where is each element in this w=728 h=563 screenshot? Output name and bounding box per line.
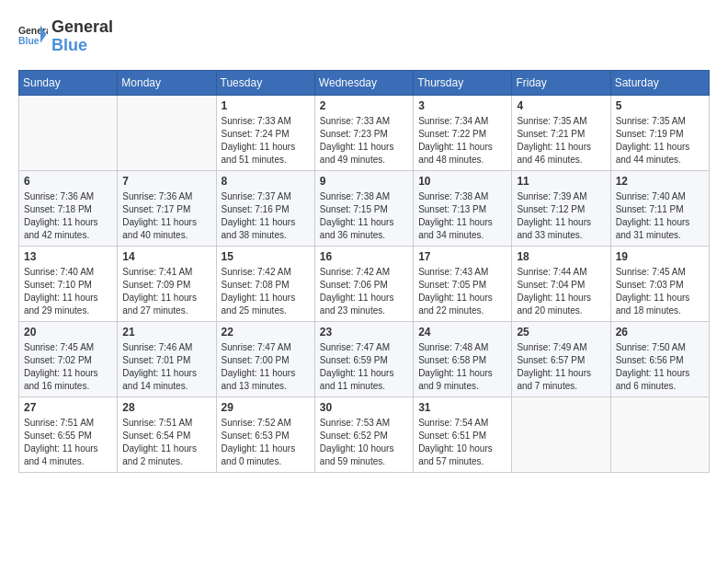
- calendar-cell: 8Sunrise: 7:37 AM Sunset: 7:16 PM Daylig…: [216, 170, 314, 246]
- day-info: Sunrise: 7:33 AM Sunset: 7:24 PM Dayligh…: [222, 115, 310, 167]
- calendar-week-row: 20Sunrise: 7:45 AM Sunset: 7:02 PM Dayli…: [19, 321, 710, 396]
- day-number: 16: [320, 250, 408, 263]
- day-info: Sunrise: 7:39 AM Sunset: 7:12 PM Dayligh…: [517, 190, 605, 242]
- day-number: 5: [616, 99, 704, 112]
- calendar-cell: 14Sunrise: 7:41 AM Sunset: 7:09 PM Dayli…: [118, 246, 216, 321]
- calendar-week-row: 1Sunrise: 7:33 AM Sunset: 7:24 PM Daylig…: [19, 95, 710, 170]
- calendar-cell: 23Sunrise: 7:47 AM Sunset: 6:59 PM Dayli…: [314, 321, 413, 396]
- day-number: 30: [320, 401, 408, 414]
- calendar-cell: 1Sunrise: 7:33 AM Sunset: 7:24 PM Daylig…: [216, 95, 314, 170]
- day-info: Sunrise: 7:49 AM Sunset: 6:57 PM Dayligh…: [517, 341, 605, 393]
- day-info: Sunrise: 7:53 AM Sunset: 6:52 PM Dayligh…: [320, 417, 408, 468]
- day-number: 11: [517, 175, 605, 188]
- calendar-cell: 24Sunrise: 7:48 AM Sunset: 6:58 PM Dayli…: [414, 321, 512, 396]
- day-info: Sunrise: 7:47 AM Sunset: 6:59 PM Dayligh…: [320, 341, 408, 393]
- calendar-cell: [610, 396, 709, 472]
- calendar-cell: 6Sunrise: 7:36 AM Sunset: 7:18 PM Daylig…: [19, 170, 118, 246]
- calendar-cell: 21Sunrise: 7:46 AM Sunset: 7:01 PM Dayli…: [118, 321, 216, 396]
- header-row: SundayMondayTuesdayWednesdayThursdayFrid…: [19, 70, 710, 95]
- calendar-cell: 10Sunrise: 7:38 AM Sunset: 7:13 PM Dayli…: [414, 170, 512, 246]
- day-number: 22: [222, 326, 310, 339]
- day-info: Sunrise: 7:48 AM Sunset: 6:58 PM Dayligh…: [418, 341, 506, 393]
- calendar-cell: 5Sunrise: 7:35 AM Sunset: 7:19 PM Daylig…: [610, 95, 709, 170]
- calendar-week-row: 6Sunrise: 7:36 AM Sunset: 7:18 PM Daylig…: [19, 170, 710, 246]
- calendar-cell: 13Sunrise: 7:40 AM Sunset: 7:10 PM Dayli…: [19, 246, 118, 321]
- day-number: 2: [320, 99, 408, 112]
- day-info: Sunrise: 7:51 AM Sunset: 6:55 PM Dayligh…: [24, 417, 112, 468]
- day-number: 18: [517, 250, 605, 263]
- day-info: Sunrise: 7:40 AM Sunset: 7:10 PM Dayligh…: [24, 266, 112, 317]
- day-info: Sunrise: 7:38 AM Sunset: 7:13 PM Dayligh…: [418, 190, 506, 242]
- calendar-week-row: 27Sunrise: 7:51 AM Sunset: 6:55 PM Dayli…: [19, 396, 710, 472]
- day-number: 9: [320, 175, 408, 188]
- day-number: 23: [320, 326, 408, 339]
- day-number: 4: [517, 99, 605, 112]
- day-info: Sunrise: 7:54 AM Sunset: 6:51 PM Dayligh…: [418, 417, 506, 468]
- calendar-header: SundayMondayTuesdayWednesdayThursdayFrid…: [19, 70, 710, 95]
- day-number: 29: [222, 401, 310, 414]
- calendar-cell: [118, 95, 216, 170]
- day-number: 20: [24, 326, 112, 339]
- calendar-cell: 4Sunrise: 7:35 AM Sunset: 7:21 PM Daylig…: [512, 95, 610, 170]
- header-cell: Saturday: [610, 70, 709, 95]
- calendar-cell: 9Sunrise: 7:38 AM Sunset: 7:15 PM Daylig…: [314, 170, 413, 246]
- day-number: 21: [122, 326, 210, 339]
- day-info: Sunrise: 7:40 AM Sunset: 7:11 PM Dayligh…: [616, 190, 704, 242]
- calendar-cell: 25Sunrise: 7:49 AM Sunset: 6:57 PM Dayli…: [512, 321, 610, 396]
- header-cell: Friday: [512, 70, 610, 95]
- day-info: Sunrise: 7:37 AM Sunset: 7:16 PM Dayligh…: [222, 190, 310, 242]
- day-number: 10: [418, 175, 506, 188]
- day-info: Sunrise: 7:45 AM Sunset: 7:03 PM Dayligh…: [616, 266, 704, 317]
- calendar-cell: 19Sunrise: 7:45 AM Sunset: 7:03 PM Dayli…: [610, 246, 709, 321]
- day-number: 19: [616, 250, 704, 263]
- svg-text:Blue: Blue: [18, 36, 40, 46]
- day-number: 12: [616, 175, 704, 188]
- page-header: General Blue General Blue: [18, 18, 710, 55]
- day-number: 15: [222, 250, 310, 263]
- calendar-body: 1Sunrise: 7:33 AM Sunset: 7:24 PM Daylig…: [19, 95, 710, 472]
- day-info: Sunrise: 7:34 AM Sunset: 7:22 PM Dayligh…: [418, 115, 506, 167]
- calendar-cell: [512, 396, 610, 472]
- logo: General Blue General Blue: [18, 18, 113, 55]
- day-info: Sunrise: 7:38 AM Sunset: 7:15 PM Dayligh…: [320, 190, 408, 242]
- calendar-cell: 20Sunrise: 7:45 AM Sunset: 7:02 PM Dayli…: [19, 321, 118, 396]
- day-number: 1: [222, 99, 310, 112]
- day-info: Sunrise: 7:45 AM Sunset: 7:02 PM Dayligh…: [24, 341, 112, 393]
- calendar-cell: [19, 95, 118, 170]
- day-number: 26: [616, 326, 704, 339]
- day-number: 27: [24, 401, 112, 414]
- logo-icon: General Blue: [18, 24, 48, 50]
- calendar-cell: 15Sunrise: 7:42 AM Sunset: 7:08 PM Dayli…: [216, 246, 314, 321]
- day-number: 6: [24, 175, 112, 188]
- day-info: Sunrise: 7:52 AM Sunset: 6:53 PM Dayligh…: [222, 417, 310, 468]
- calendar-cell: 17Sunrise: 7:43 AM Sunset: 7:05 PM Dayli…: [414, 246, 512, 321]
- day-number: 28: [122, 401, 210, 414]
- calendar-cell: 31Sunrise: 7:54 AM Sunset: 6:51 PM Dayli…: [414, 396, 512, 472]
- day-info: Sunrise: 7:47 AM Sunset: 7:00 PM Dayligh…: [222, 341, 310, 393]
- day-info: Sunrise: 7:41 AM Sunset: 7:09 PM Dayligh…: [122, 266, 210, 317]
- calendar-week-row: 13Sunrise: 7:40 AM Sunset: 7:10 PM Dayli…: [19, 246, 710, 321]
- calendar-cell: 27Sunrise: 7:51 AM Sunset: 6:55 PM Dayli…: [19, 396, 118, 472]
- day-info: Sunrise: 7:43 AM Sunset: 7:05 PM Dayligh…: [418, 266, 506, 317]
- calendar-cell: 11Sunrise: 7:39 AM Sunset: 7:12 PM Dayli…: [512, 170, 610, 246]
- day-info: Sunrise: 7:36 AM Sunset: 7:18 PM Dayligh…: [24, 190, 112, 242]
- day-info: Sunrise: 7:35 AM Sunset: 7:19 PM Dayligh…: [616, 115, 704, 167]
- day-number: 25: [517, 326, 605, 339]
- day-number: 3: [418, 99, 506, 112]
- calendar-cell: 2Sunrise: 7:33 AM Sunset: 7:23 PM Daylig…: [314, 95, 413, 170]
- header-cell: Tuesday: [216, 70, 314, 95]
- day-info: Sunrise: 7:33 AM Sunset: 7:23 PM Dayligh…: [320, 115, 408, 167]
- logo-text: General Blue: [51, 18, 113, 55]
- header-cell: Wednesday: [314, 70, 413, 95]
- day-info: Sunrise: 7:46 AM Sunset: 7:01 PM Dayligh…: [122, 341, 210, 393]
- calendar-cell: 30Sunrise: 7:53 AM Sunset: 6:52 PM Dayli…: [314, 396, 413, 472]
- header-cell: Monday: [118, 70, 216, 95]
- day-number: 8: [222, 175, 310, 188]
- header-cell: Thursday: [414, 70, 512, 95]
- header-cell: Sunday: [19, 70, 118, 95]
- calendar-cell: 16Sunrise: 7:42 AM Sunset: 7:06 PM Dayli…: [314, 246, 413, 321]
- day-info: Sunrise: 7:35 AM Sunset: 7:21 PM Dayligh…: [517, 115, 605, 167]
- calendar-cell: 28Sunrise: 7:51 AM Sunset: 6:54 PM Dayli…: [118, 396, 216, 472]
- day-info: Sunrise: 7:50 AM Sunset: 6:56 PM Dayligh…: [616, 341, 704, 393]
- day-number: 24: [418, 326, 506, 339]
